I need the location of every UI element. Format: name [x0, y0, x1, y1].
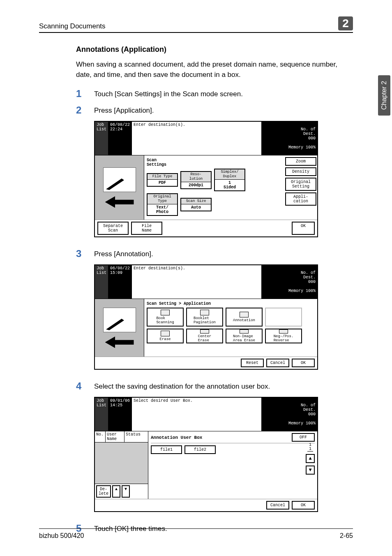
erase-icon	[161, 331, 170, 336]
non-image-erase-label: Non-Image Area Erase	[233, 334, 255, 343]
reset-button[interactable]: Reset	[241, 359, 264, 367]
file1-button[interactable]: file1	[151, 445, 182, 454]
file-type-top: File Type	[148, 174, 177, 180]
dest-label: No. of Dest.	[301, 127, 316, 136]
step-1-number: 1	[76, 88, 94, 100]
joblist-button[interactable]: Job List	[95, 122, 108, 155]
file-name-button[interactable]: File Name	[131, 222, 162, 235]
user-box-title: Annotation User Box	[151, 435, 202, 440]
step-3-number: 3	[76, 248, 94, 259]
scan-size-value: Auto	[181, 204, 211, 211]
booklet-pagination-icon	[200, 310, 209, 315]
non-image-erase-icon	[240, 329, 249, 334]
page-fraction: 1 1	[307, 443, 313, 452]
resolution-button[interactable]: Reso- lution 200dpi	[180, 171, 212, 189]
annotation-button[interactable]: Annotation	[226, 308, 263, 327]
joblist-button[interactable]: Job List	[95, 398, 108, 431]
dest-label: No. of Dest.	[301, 271, 316, 280]
job-list-body	[95, 442, 148, 484]
density-button[interactable]: Density	[285, 167, 316, 176]
datetime-label: 06/08/22 15:09	[108, 265, 132, 299]
annotation-label: Annotation	[233, 318, 255, 322]
cancel-button[interactable]: Cancel	[266, 359, 289, 367]
prompt-label: Select desired User Box.	[132, 398, 262, 431]
book-scanning-button[interactable]: Book Scanning	[147, 308, 184, 327]
feather-icon	[105, 178, 126, 190]
feather-icon	[105, 318, 126, 330]
step-2: 2 Press [Application].	[76, 104, 353, 116]
ok-button[interactable]: OK	[292, 359, 315, 367]
scan-settings-label: Scan Settings	[147, 158, 283, 167]
separate-scan-button[interactable]: Separate Scan	[97, 222, 129, 235]
cancel-button[interactable]: Cancel	[266, 501, 289, 510]
center-erase-button[interactable]: Center Erase	[186, 329, 223, 343]
side-tab-chapter: Chapter 2	[378, 75, 390, 116]
neg-pos-reverse-label: Neg-/Pos. Reverse	[274, 334, 294, 343]
footer-model: bizhub 500/420	[39, 532, 84, 540]
erase-button[interactable]: Erase	[147, 329, 184, 343]
file2-button[interactable]: file2	[184, 445, 216, 454]
non-image-erase-button[interactable]: Non-Image Area Erase	[226, 329, 263, 343]
lcd-screen-application: Job List 06/08/22 15:09 Enter destinatio…	[94, 264, 318, 370]
dest-count: 000	[308, 280, 316, 284]
dest-label: No. of Dest.	[301, 403, 316, 412]
annotation-icon	[240, 312, 249, 317]
book-scanning-icon	[161, 310, 170, 315]
erase-label: Erase	[159, 337, 171, 341]
page-header-title: Scanning Documents	[39, 22, 106, 30]
ok-button[interactable]: OK	[292, 222, 315, 235]
scroll-up-button[interactable]: ▲	[112, 485, 120, 498]
page-down-button[interactable]: ▼	[306, 466, 315, 475]
back-arrow-icon[interactable]	[105, 196, 134, 208]
step-1: 1 Touch [Scan Settings] in the Scan mode…	[76, 88, 353, 100]
step-2-number: 2	[76, 104, 94, 116]
prompt-label: Enter destination(s).	[132, 122, 262, 155]
datetime-label: 09/01/06 14:25	[108, 398, 132, 431]
resolution-value: 200dpi	[181, 182, 211, 188]
delete-button[interactable]: De- lete	[96, 485, 111, 498]
dest-count: 000	[308, 136, 316, 141]
duplex-button[interactable]: Simplex/ Duplex 1 Sided	[214, 169, 245, 191]
center-erase-label: Center Erase	[198, 334, 211, 343]
preview-pane	[103, 167, 136, 192]
zoom-button[interactable]: Zoom	[285, 157, 316, 166]
page-up-button[interactable]: ▲	[306, 454, 315, 463]
step-1-text: Touch [Scan Settings] in the Scan mode s…	[94, 88, 243, 100]
col-no: No.	[95, 431, 106, 442]
scroll-down-button[interactable]: ▼	[122, 485, 130, 498]
file-type-button[interactable]: File Type PDF	[147, 173, 178, 187]
section-heading: Annotations (Application)	[76, 45, 353, 54]
step-3-text: Press [Annotation].	[94, 248, 153, 259]
breadcrumb: Scan Setting > Application	[147, 301, 315, 306]
scan-size-button[interactable]: Scan Size Auto	[180, 198, 212, 211]
footer-page-number: 2-65	[340, 532, 353, 540]
application-button[interactable]: Appli- cation	[285, 192, 316, 206]
file-type-value: PDF	[148, 180, 177, 186]
off-button[interactable]: OFF	[292, 433, 315, 442]
blank-app-slot	[265, 308, 302, 327]
joblist-button[interactable]: Job List	[95, 265, 108, 299]
step-4: 4 Select the saving destination for the …	[76, 380, 353, 392]
center-erase-icon	[200, 329, 209, 334]
memory-label: Memory 100%	[288, 145, 316, 150]
chapter-number-badge: 2	[338, 16, 353, 30]
lcd-screen-user-box: Job List 09/01/06 14:25 Select desired U…	[94, 397, 318, 512]
booklet-pagination-label: Booklet Pagination	[194, 316, 216, 324]
original-type-button[interactable]: Original Type Text/ Photo	[147, 193, 178, 216]
ok-button[interactable]: OK	[292, 501, 315, 510]
lcd-screen-scan-settings: Job List 06/08/22 22:24 Enter destinatio…	[94, 121, 318, 237]
intro-paragraph: When saving a scanned document, add the …	[76, 60, 353, 80]
back-arrow-icon[interactable]	[105, 336, 134, 348]
col-status: Status	[125, 431, 148, 442]
datetime-label: 06/08/22 22:24	[108, 122, 132, 155]
neg-pos-reverse-icon	[279, 329, 288, 334]
neg-pos-reverse-button[interactable]: Neg-/Pos. Reverse	[265, 329, 302, 343]
duplex-value: 1 Sided	[215, 180, 244, 190]
original-type-top: Original Type	[148, 194, 177, 204]
prompt-label: Enter destination(s).	[132, 265, 262, 299]
booklet-pagination-button[interactable]: Booklet Pagination	[186, 308, 223, 327]
dest-count: 000	[308, 412, 316, 417]
memory-label: Memory 100%	[288, 289, 316, 293]
preview-pane	[103, 308, 136, 332]
original-setting-button[interactable]: Original Setting	[285, 178, 316, 191]
